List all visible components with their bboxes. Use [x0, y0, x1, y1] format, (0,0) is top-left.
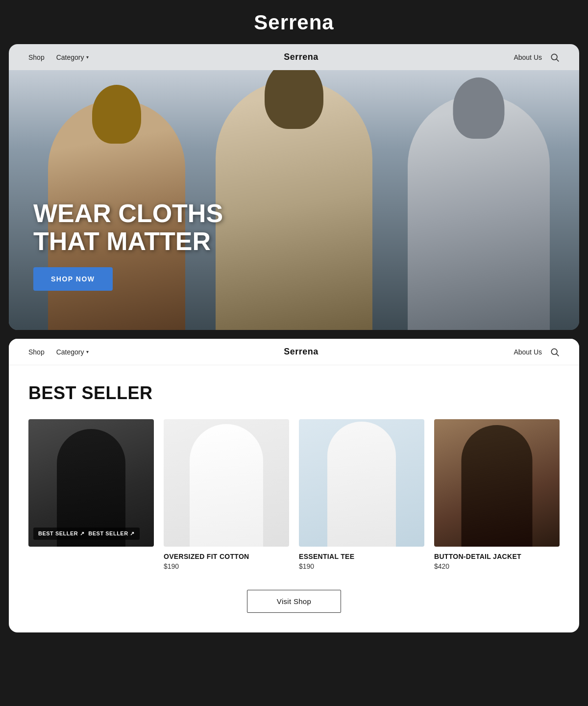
- product-image-3: [299, 419, 424, 547]
- chevron-down-icon-2: ▾: [86, 349, 89, 354]
- product-image-4: [434, 419, 560, 547]
- best-seller-card: Shop Category ▾ Serrena About Us BEST SE…: [9, 339, 579, 632]
- bs-nav-shop[interactable]: Shop: [28, 348, 45, 356]
- product-card-4[interactable]: BUTTON-DETAIL JACKET $420: [434, 419, 560, 570]
- best-seller-title: BEST SELLER: [28, 383, 560, 403]
- hero-nav-about[interactable]: About Us: [514, 53, 542, 61]
- hero-nav-right: About Us: [514, 52, 560, 62]
- product-price-2: $190: [164, 562, 289, 570]
- product-name-3: ESSENTIAL TEE: [299, 553, 424, 560]
- product-name-2: OVERSIZED FIT COTTON: [164, 553, 289, 560]
- best-seller-navbar: Shop Category ▾ Serrena About Us: [9, 339, 579, 365]
- search-icon-2: [550, 347, 560, 357]
- svg-point-0: [551, 54, 557, 60]
- person-center-silhouette: [216, 80, 372, 330]
- hero-nav-left: Shop Category ▾: [28, 53, 89, 61]
- hero-nav-category-label: Category: [56, 53, 84, 61]
- hero-nav-logo: Serrena: [284, 52, 318, 62]
- product-card-3[interactable]: ESSENTIAL TEE $190: [299, 419, 424, 570]
- svg-line-3: [557, 353, 559, 356]
- product-img-light: [164, 419, 289, 547]
- product-price-3: $190: [299, 562, 424, 570]
- product-card-2[interactable]: OVERSIZED FIT COTTON $190: [164, 419, 289, 570]
- product-name-4: BUTTON-DETAIL JACKET: [434, 553, 560, 560]
- product-img-blue: [299, 419, 424, 547]
- chevron-down-icon: ▾: [86, 54, 89, 60]
- brand-title: Serrena: [0, 11, 588, 34]
- best-seller-badge: BEST SELLER ↗ BEST SELLER ↗: [33, 528, 140, 540]
- person-right-silhouette: [408, 95, 550, 330]
- bs-nav-category[interactable]: Category ▾: [56, 348, 89, 356]
- hero-image: WEAR CLOTHS THAT MATTER SHOP NOW: [9, 70, 579, 330]
- product-price-4: $420: [434, 562, 560, 570]
- shop-now-button[interactable]: SHOP NOW: [33, 267, 113, 291]
- badge-text-2: BEST SELLER ↗: [88, 530, 134, 537]
- hero-search-button[interactable]: [550, 52, 560, 62]
- product-image-1: BEST SELLER ↗ BEST SELLER ↗: [28, 419, 154, 547]
- visit-shop-button[interactable]: Visit Shop: [247, 590, 341, 613]
- badge-text-1: BEST SELLER ↗: [38, 530, 84, 537]
- hero-headline-line1: WEAR CLOTHS: [33, 200, 223, 227]
- products-grid: BEST SELLER ↗ BEST SELLER ↗ OVERSIZED FI…: [28, 419, 560, 570]
- hero-nav-shop[interactable]: Shop: [28, 53, 45, 61]
- bs-nav-about[interactable]: About Us: [514, 348, 542, 356]
- best-seller-body: BEST SELLER BEST SELLER ↗ BEST SELLER ↗ …: [9, 365, 579, 632]
- svg-point-2: [551, 349, 557, 354]
- bs-nav-category-label: Category: [56, 348, 84, 356]
- product-image-2: [164, 419, 289, 547]
- hero-overlay: WEAR CLOTHS THAT MATTER SHOP NOW: [33, 200, 223, 291]
- svg-line-1: [557, 59, 559, 61]
- brand-header: Serrena: [0, 0, 588, 44]
- product-card-1[interactable]: BEST SELLER ↗ BEST SELLER ↗: [28, 419, 154, 570]
- bs-search-button[interactable]: [550, 347, 560, 357]
- hero-headline-line2: THAT MATTER: [33, 227, 223, 255]
- hero-card: Shop Category ▾ Serrena About Us WEAR CL: [9, 44, 579, 330]
- visit-shop-wrap: Visit Shop: [28, 590, 560, 613]
- hero-headline: WEAR CLOTHS THAT MATTER: [33, 200, 223, 255]
- bs-nav-left: Shop Category ▾: [28, 348, 89, 356]
- bs-nav-logo: Serrena: [284, 347, 318, 357]
- bs-nav-right: About Us: [514, 347, 560, 357]
- hero-navbar: Shop Category ▾ Serrena About Us: [9, 44, 579, 70]
- search-icon: [550, 52, 560, 62]
- product-img-warm: [434, 419, 560, 547]
- hero-nav-category[interactable]: Category ▾: [56, 53, 89, 61]
